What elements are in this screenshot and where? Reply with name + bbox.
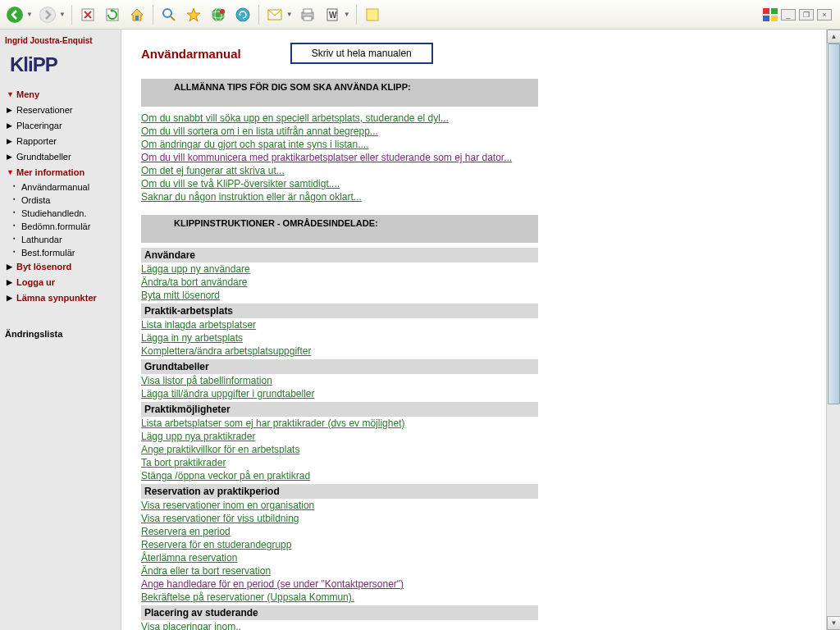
tip-link[interactable]: Om du vill kommunicera med praktikarbets… <box>141 151 512 164</box>
svg-point-12 <box>236 8 249 21</box>
instruction-link[interactable]: Lägga upp ny användare <box>141 262 250 276</box>
instruction-link[interactable]: Lägga in ny arbetsplats <box>141 331 243 345</box>
sub-ordista[interactable]: Ordista <box>5 194 116 206</box>
instruction-link[interactable]: Ange praktikvillkor för en arbetsplats <box>141 443 299 456</box>
tip-link[interactable]: Om ändringar du gjort och sparat inte sy… <box>141 138 368 151</box>
instruction-link[interactable]: Lista inlagda arbetsplatser <box>141 318 256 331</box>
svg-rect-19 <box>367 9 378 21</box>
note-button[interactable] <box>361 3 384 26</box>
instruction-link[interactable]: Ändra eller ta bort reservation <box>141 564 271 578</box>
sub-bestformular[interactable]: Best.formulär <box>5 247 116 258</box>
edit-button[interactable]: W <box>321 3 344 26</box>
group-header: Grundtabeller <box>141 359 538 374</box>
forward-dropdown[interactable]: ▼ <box>59 11 66 18</box>
tip-link[interactable]: Om du vill sortera om i en lista utifrån… <box>141 125 378 138</box>
main-content: Användarmanual Skriv ut hela manualen AL… <box>121 30 840 630</box>
sub-bedomn[interactable]: Bedömn.formulär <box>5 221 116 232</box>
section-tips-header: ALLMÄNNA TIPS FÖR DIG SOM SKA ANVÄNDA KL… <box>141 79 538 107</box>
nav-menu[interactable]: ▼Meny <box>5 88 116 101</box>
home-button[interactable] <box>126 3 148 26</box>
sub-studiehandledn[interactable]: Studiehandledn. <box>5 208 116 219</box>
close-button[interactable]: × <box>817 9 832 21</box>
stop-button[interactable] <box>76 3 99 26</box>
sidebar: Ingrid Joustra-Enquist KliPP ▼Meny ▶Rese… <box>0 30 121 630</box>
svg-text:W: W <box>329 11 337 20</box>
group-header: Användare <box>141 248 538 262</box>
svg-point-3 <box>40 7 55 22</box>
svg-rect-15 <box>304 9 312 13</box>
nav-logga-ur[interactable]: ▶Logga ur <box>5 276 116 289</box>
group-header: Praktik-arbetsplats <box>141 304 538 318</box>
tip-link[interactable]: Saknar du någon instruktion eller är någ… <box>141 190 362 203</box>
changelog-link[interactable]: Ändringslista <box>5 329 116 339</box>
nav-grundtabeller[interactable]: ▶Grundtabeller <box>5 150 116 163</box>
windows-logo-icon <box>763 8 778 21</box>
nav-more-info[interactable]: ▼Mer information <box>5 166 116 179</box>
nav-byt-losenord[interactable]: ▶Byt lösenord <box>5 260 116 273</box>
svg-point-1 <box>7 7 22 22</box>
instruction-link[interactable]: Ändra/ta bort användare <box>141 276 247 289</box>
instruction-link[interactable]: Visa placeringar inom.. <box>141 620 241 630</box>
group-header: Praktikmöjligheter <box>141 402 538 417</box>
group-header: Reservation av praktikperiod <box>141 484 538 499</box>
back-dropdown[interactable]: ▼ <box>26 11 33 18</box>
history-button[interactable] <box>231 3 254 26</box>
instruction-link[interactable]: Lista arbetsplatser som ej har praktikra… <box>141 417 404 430</box>
globe-button[interactable] <box>207 3 230 26</box>
instruction-link[interactable]: Lägga till/ändra uppgifter i grundtabell… <box>141 387 314 400</box>
instruction-link[interactable]: Återlämna reservation <box>141 551 237 564</box>
nav-lamna-synpunkter[interactable]: ▶Lämna synpunkter <box>5 291 116 304</box>
restore-button[interactable]: ❐ <box>799 9 814 21</box>
app-logo: KliPP <box>5 53 116 76</box>
scroll-thumb[interactable] <box>828 43 840 404</box>
instruction-link[interactable]: Visa reservationer för viss utbildning <box>141 512 299 525</box>
minimize-button[interactable]: _ <box>781 9 796 21</box>
mail-button[interactable] <box>263 3 286 26</box>
username: Ingrid Joustra-Enquist <box>5 36 116 45</box>
instruction-link[interactable]: Byta mitt lösenord <box>141 289 220 302</box>
nav-rapporter[interactable]: ▶Rapporter <box>5 135 116 148</box>
tip-link[interactable]: Om det ej fungerar att skriva ut... <box>141 164 285 177</box>
forward-button[interactable] <box>36 3 59 26</box>
scroll-down-button[interactable]: ▼ <box>827 616 840 630</box>
back-button[interactable] <box>3 3 26 26</box>
favorites-button[interactable] <box>182 3 205 26</box>
group-header: Placering av studerande <box>141 605 538 620</box>
instruction-link[interactable]: Ange handledare för en period (se under … <box>141 578 404 591</box>
svg-point-7 <box>163 9 171 17</box>
edit-dropdown[interactable]: ▼ <box>344 11 350 18</box>
instruction-link[interactable]: Lägg upp nya praktikrader <box>141 430 255 443</box>
tip-link[interactable]: Om du vill se två KliPP-översikter samti… <box>141 177 340 190</box>
instruction-link[interactable]: Ta bort praktikrader <box>141 456 226 469</box>
print-button[interactable] <box>296 3 319 26</box>
svg-rect-6 <box>135 16 139 21</box>
sub-anvandarmanual[interactable]: Användarmanual <box>5 181 116 193</box>
instruction-link[interactable]: Bekräftelse på reservationer (Uppsala Ko… <box>141 591 354 604</box>
svg-point-11 <box>220 9 225 14</box>
refresh-button[interactable] <box>101 3 124 26</box>
browser-toolbar: ▼ ▼ ▼ W ▼ _ ❐ × <box>0 0 840 30</box>
nav-reservationer[interactable]: ▶Reservationer <box>5 103 116 116</box>
search-button[interactable] <box>158 3 180 26</box>
svg-rect-16 <box>304 16 312 21</box>
instruction-link[interactable]: Komplettera/ändra arbetsplatsuppgifter <box>141 345 311 358</box>
page-title: Användarmanual <box>141 47 241 61</box>
instruction-link[interactable]: Reservera en period <box>141 525 231 538</box>
mail-dropdown[interactable]: ▼ <box>286 11 293 18</box>
vertical-scrollbar[interactable]: ▲ ▼ <box>826 30 840 630</box>
tip-link[interactable]: Om du snabbt vill söka upp en speciell a… <box>141 112 449 125</box>
instruction-link[interactable]: Reservera för en studerandegrupp <box>141 538 291 551</box>
instruction-link[interactable]: Visa listor på tabellinformation <box>141 374 272 387</box>
scroll-up-button[interactable]: ▲ <box>827 30 840 43</box>
section-instructions-header: KLIPPINSTRUKTIONER - OMRÅDESINDELADE: <box>141 215 538 243</box>
sub-lathundar[interactable]: Lathundar <box>5 234 116 245</box>
print-manual-button[interactable]: Skriv ut hela manualen <box>290 43 433 64</box>
instruction-link[interactable]: Stänga /öppna veckor på en praktikrad <box>141 469 310 482</box>
nav-placeringar[interactable]: ▶Placeringar <box>5 119 116 132</box>
instruction-link[interactable]: Visa reservationer inom en organisation <box>141 499 314 512</box>
